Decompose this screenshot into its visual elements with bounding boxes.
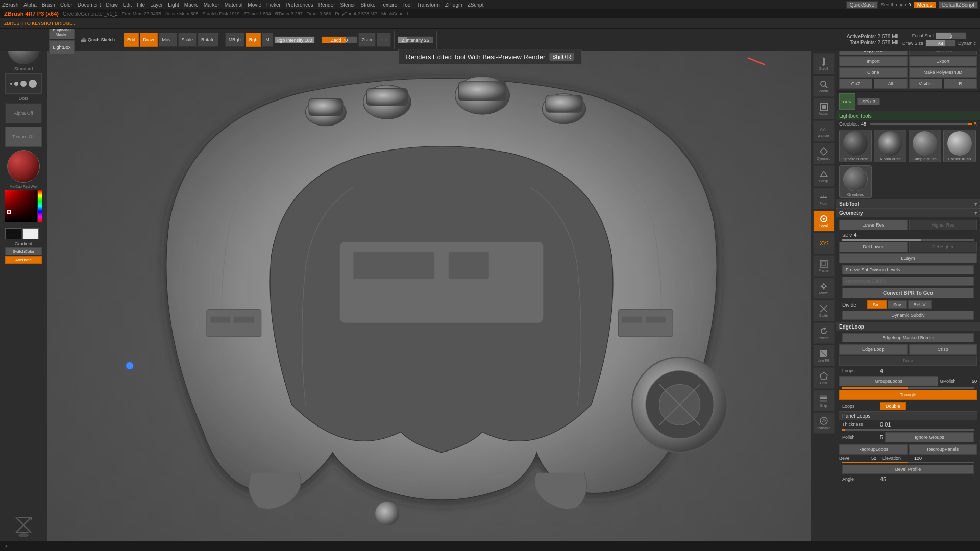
mrgb-button[interactable]: MRgb [225,33,244,47]
sdiv-slider[interactable] [842,239,974,241]
menu-draw[interactable]: Draw [106,2,117,8]
r-button[interactable]: R [944,79,977,89]
move-view-button[interactable]: Move [813,278,835,299]
subtool-header[interactable]: SubTool ▾ [836,199,980,208]
z-intensity-track[interactable]: Z Intensity 25 [398,36,433,43]
menu-material[interactable]: Material [225,2,243,8]
dynamic-subdiv-button[interactable]: Dynamic Subdiv [842,311,974,320]
menu-transform[interactable]: Transform [417,2,440,8]
bpr-button[interactable]: BPR [839,93,855,110]
double-button[interactable]: Double [880,402,906,410]
swatch-white[interactable] [22,228,39,239]
bevel-slider[interactable] [842,462,974,463]
import-button[interactable]: Import [839,56,908,66]
del-lower-button[interactable]: Del Lower [839,242,908,252]
visible-button[interactable]: Visible [909,79,942,89]
move-button[interactable]: Move [159,33,177,47]
snip-button[interactable]: Snip [813,390,835,411]
menu-render[interactable]: Render [318,2,335,8]
draw-size-track[interactable]: 64 [925,40,956,47]
color-picker[interactable] [5,190,42,225]
rotate-button[interactable]: Rotate [198,33,218,47]
lightbox-tools-header[interactable]: Lightbox Tools [836,111,980,120]
menu-stencil[interactable]: Stencil [340,2,356,8]
lower-res-button[interactable]: Lower Res [839,220,908,230]
zsub-button[interactable]: Zsub [358,33,376,47]
spheresbrush-thumb[interactable]: SpheresBrush [839,130,872,162]
regroup-loops-button[interactable]: RegroupLoops [839,444,908,455]
menu-movie[interactable]: Movie [248,2,261,8]
menu-texture[interactable]: Texture [380,2,397,8]
alphabrush-thumb[interactable]: AlphaBrush [874,130,906,162]
alpha-off-box[interactable]: Alpha Off [5,103,42,123]
gpolish-slider[interactable] [842,387,974,389]
geometry-header[interactable]: Geometry ▾ [836,208,980,217]
menu-file[interactable]: File [137,2,145,8]
lightbox-button[interactable]: LightBox [49,40,75,55]
triangle-button[interactable]: Triangle [839,390,977,400]
edgeloop-masked-border-button[interactable]: Edgeloop Masked Border [842,333,974,342]
frame-button[interactable]: Frame [813,255,835,277]
rotate-view-button[interactable]: Rotate [813,322,835,344]
drop-button[interactable]: Drop [839,356,977,366]
menus-button[interactable]: Menus [914,2,936,8]
alternate-button[interactable]: Alternate [5,256,42,264]
bevel-profile-button[interactable]: Bevel Profile [842,465,974,474]
switch-color-button[interactable]: SwitchColor [5,247,42,255]
scale-view-button[interactable]: Scale [813,300,835,321]
ignore-groups-button[interactable]: Ignore Groups [885,432,974,442]
simplebrush-thumb[interactable]: SimpleBrush [909,130,941,162]
menu-zplugin[interactable]: ZPlugin [445,2,462,8]
reconstruct-subdiv-button[interactable]: Reconstruct Subdiv [842,277,974,286]
menu-picker[interactable]: Picker [266,2,281,8]
scroll-button[interactable]: Scroll [813,53,835,74]
dynamic-button[interactable]: Dynamic [813,143,835,164]
goz-button[interactable]: GoZ [839,79,872,89]
menu-alpha[interactable]: Alpha [23,2,37,8]
draw-button[interactable]: Draw [140,33,158,47]
canvas-area[interactable] [47,51,836,541]
menu-layer[interactable]: Layer [150,2,163,8]
focal-shift-track[interactable]: 0 [936,32,966,39]
zadd-track[interactable]: Zadd 70 [322,36,357,43]
quick-save-button[interactable]: QuickSave [846,1,878,9]
menu-edit[interactable]: Edit [123,2,132,8]
menu-zbrush[interactable]: ZBrush [2,2,18,8]
swatch-black[interactable] [5,228,21,239]
xyz-button[interactable]: XYZ [813,233,835,254]
menu-zscript[interactable]: ZScript [468,2,484,8]
freeze-subdivision-button[interactable]: Freeze SubDivision Levels [842,265,974,274]
groups-loops-button[interactable]: GroupsLoops [839,376,938,386]
poly-button[interactable]: Poly [813,367,835,389]
higher-res-button[interactable]: Higher Res [909,220,977,230]
persp-button[interactable]: Persp [813,165,835,187]
menu-preferences[interactable]: Preferences [286,2,313,8]
actual-button[interactable]: Actual [813,98,835,119]
linefill-button[interactable]: Line Fill [813,345,835,366]
thickness-slider[interactable] [842,429,974,431]
panel-loops-header[interactable]: Panel Loops [839,411,977,420]
menu-stroke[interactable]: Stroke [361,2,376,8]
del-higher-button[interactable]: Del Higher [909,242,977,252]
m-button[interactable]: M [262,33,273,47]
floor-button[interactable]: Floor [813,188,835,209]
default-zscript-button[interactable]: DefaultZScript [939,1,978,9]
greebles-slider[interactable] [870,123,971,125]
edgeloop-header[interactable]: EdgeLoop [836,322,980,331]
menu-marker[interactable]: Marker [204,2,219,8]
menu-color[interactable]: Color [60,2,72,8]
edit-button[interactable]: Edit [124,33,139,47]
menu-brush[interactable]: Brush [42,2,55,8]
all-button[interactable]: All [874,79,907,89]
rgb-button[interactable]: Rgb [246,33,261,47]
make-polymesh-button[interactable]: Make PolyMesh3D [909,67,977,78]
scale-button[interactable]: Scale [178,33,197,47]
menu-tool[interactable]: Tool [402,2,411,8]
menu-document[interactable]: Document [78,2,101,8]
suv-button[interactable]: Suv [888,300,907,309]
eraserbrush-thumb[interactable]: EraserBrush [943,130,976,162]
edge-loop-button[interactable]: Edge Loop [839,344,908,355]
spix-button[interactable]: SPix 3 [857,98,880,105]
menu-macro[interactable]: Macro [184,2,199,8]
rgb-intensity-track[interactable]: Rgb Intensity 100 [274,36,315,43]
